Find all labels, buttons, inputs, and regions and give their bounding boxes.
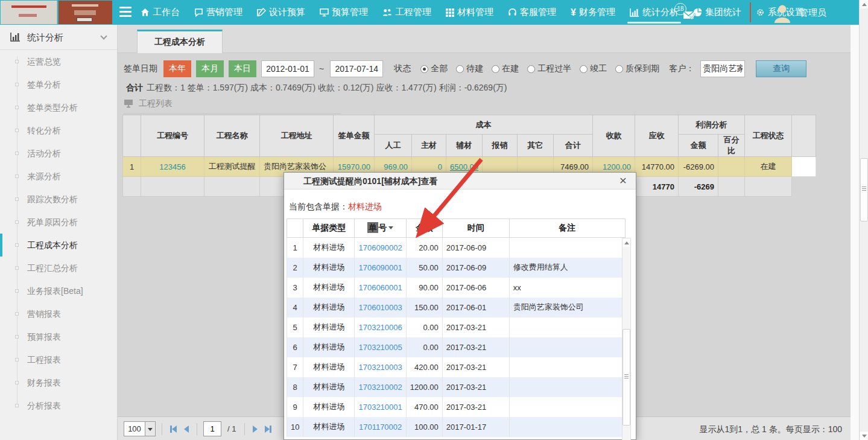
material-row: 5材料进场17032100060.002017-03-21 — [287, 317, 626, 337]
modal-col-header-doc-number[interactable]: 单号 — [355, 219, 406, 238]
status-radio-completed[interactable]: 竣工 — [580, 63, 607, 74]
sidebar-item-project-summary-analysis[interactable]: 工程汇总分析 — [0, 257, 117, 279]
modal-col-header-note: 备注 — [509, 219, 625, 238]
doc-number-link[interactable]: 1703210001 — [358, 403, 402, 412]
date-to-input[interactable] — [330, 60, 383, 77]
cell-project-code: 123456 — [141, 157, 204, 177]
monitor-icon — [320, 8, 329, 17]
user-name[interactable]: 管理员 — [799, 0, 826, 25]
search-button[interactable]: 查询 — [756, 60, 806, 77]
sidebar-item-business-report[interactable]: 业务报表[Beta] — [0, 279, 117, 302]
doc-number-link[interactable]: 1703210006 — [358, 323, 402, 332]
material-entry-table: 单据类型 单号 金额 时间 备注 1材料进场170609000220.00201… — [287, 218, 626, 437]
chat-icon — [194, 8, 203, 17]
page-number-input[interactable] — [203, 421, 221, 436]
totals-profit: -6269 — [679, 177, 718, 197]
quick-filter-this-month[interactable]: 本月 — [196, 60, 224, 77]
sidebar-item-activity-analysis[interactable]: 活动分析 — [0, 142, 117, 165]
prev-page-button[interactable] — [182, 422, 191, 436]
doc-number-link[interactable]: 1703210005 — [358, 343, 402, 352]
sidebar-item-conversion-analysis[interactable]: 转化分析 — [0, 119, 117, 142]
status-radio-half-done[interactable]: 工程过半 — [527, 63, 571, 74]
scroll-up-button[interactable] — [860, 0, 868, 8]
tab-project-cost-analysis[interactable]: 工程成本分析 — [137, 30, 223, 53]
nav-item-marketing[interactable]: 营销管理 — [194, 0, 242, 25]
status-filter-group: 状态 全部 待建 在建 工程过半 竣工 质保到期 — [394, 63, 659, 74]
quick-filter-this-year[interactable]: 本年 — [163, 60, 191, 77]
cell-rownum: 1 — [123, 157, 141, 177]
status-radio-warranty-expired[interactable]: 质保到期 — [615, 63, 659, 74]
sidebar-item-dead-order-analysis[interactable]: 死单原因分析 — [0, 211, 117, 234]
date-filter-label: 签单日期 — [124, 63, 157, 74]
modal-title-bar: 工程测试提醒尚0101[辅材成本]查看 × — [284, 173, 636, 190]
page-scrollbar[interactable] — [859, 0, 868, 440]
scrollbar-thumb[interactable] — [622, 329, 630, 426]
col-header-project-status: 工程状态 — [745, 115, 792, 157]
nav-item-design-budget[interactable]: 设计预算 — [257, 0, 305, 25]
status-radio-in-progress[interactable]: 在建 — [492, 63, 519, 74]
dropdown-arrow-icon[interactable] — [145, 422, 155, 436]
last-page-button[interactable] — [263, 422, 273, 436]
close-icon[interactable]: × — [616, 173, 630, 190]
status-radio-pending[interactable]: 待建 — [456, 63, 483, 74]
sidebar-header-statistics[interactable]: 统计分析 — [0, 25, 117, 50]
doc-number-link[interactable]: 1706090002 — [358, 243, 402, 252]
page-size-value: 100 — [124, 422, 145, 436]
scroll-down-button[interactable] — [860, 432, 868, 440]
col-group-profit-analysis: 利润分析 — [679, 115, 745, 135]
tree-bullet-icon — [15, 358, 19, 362]
sidebar-item-project-cost-analysis[interactable]: 工程成本分析 — [0, 234, 117, 257]
doc-number-link[interactable]: 1703210002 — [358, 383, 402, 392]
sidebar-item-analysis-report[interactable]: 分析报表 — [0, 394, 117, 417]
sidebar-item-operations-overview[interactable]: 运营总览 — [0, 50, 117, 73]
nav-item-engineering[interactable]: 工程管理 — [382, 0, 431, 25]
col-header-sign-amount: 签单金额 — [334, 115, 375, 157]
date-from-input[interactable] — [261, 60, 314, 77]
topbar-divider — [750, 2, 751, 22]
tree-bullet-icon — [15, 197, 19, 201]
first-page-button[interactable] — [168, 422, 179, 436]
modal-col-header-amount: 金额 — [406, 219, 442, 238]
doc-number-link[interactable]: 1706060001 — [358, 283, 402, 292]
sidebar-item-finance-report[interactable]: 财务报表 — [0, 371, 117, 394]
next-page-button[interactable] — [251, 422, 259, 436]
sidebar-item-sign-type-analysis[interactable]: 签单类型分析 — [0, 96, 117, 119]
sidebar-item-budget-report[interactable]: 预算报表 — [0, 325, 117, 348]
doc-number-link[interactable]: 1701170002 — [359, 422, 402, 432]
sidebar-item-followup-analysis[interactable]: 跟踪次数分析 — [0, 188, 117, 211]
nav-item-materials[interactable]: 材料管理 — [446, 0, 493, 25]
pagination-controls: 100 / 1 — [124, 421, 273, 436]
nav-item-workbench[interactable]: 工作台 — [141, 0, 180, 25]
customer-input[interactable] — [700, 60, 745, 77]
menu-toggle-icon[interactable] — [119, 7, 131, 18]
doc-number-link[interactable]: 1706010003 — [358, 303, 402, 312]
status-radio-all[interactable]: 全部 — [420, 63, 448, 74]
nav-item-budget[interactable]: 预算管理 — [320, 0, 368, 25]
aux-material-link[interactable]: 6500.00 — [450, 162, 478, 171]
cell-project-status: 在建 — [745, 157, 792, 177]
col-header-reimburse: 报销 — [483, 135, 518, 157]
cell-profit-amount: -6269.00 — [679, 157, 718, 177]
page-size-select[interactable]: 100 — [124, 421, 156, 436]
radio-icon — [580, 65, 588, 73]
modal-scrollbar[interactable] — [622, 238, 631, 440]
nav-item-statistics[interactable]: 统计分析 — [630, 0, 679, 25]
home-icon — [141, 8, 150, 17]
sidebar-item-project-report[interactable]: 工程报表 — [0, 348, 117, 371]
notification-button[interactable]: 18 — [674, 3, 708, 22]
quick-filter-today[interactable]: 本日 — [229, 60, 256, 77]
doc-number-link[interactable]: 1706090001 — [358, 263, 402, 272]
scrollbar-thumb[interactable] — [860, 158, 868, 222]
sidebar-item-source-analysis[interactable]: 来源分析 — [0, 165, 117, 188]
tree-bullet-icon — [15, 83, 19, 86]
doc-number-link[interactable]: 1703210003 — [358, 363, 402, 372]
user-avatar[interactable] — [772, 2, 793, 23]
nav-item-finance[interactable]: ¥ 财务管理 — [571, 0, 615, 25]
sidebar-item-marketing-report[interactable]: 营销报表 — [0, 302, 117, 325]
sidebar-item-sign-analysis[interactable]: 签单分析 — [0, 73, 117, 96]
modal-title: 工程测试提醒尚0101[辅材成本]查看 — [303, 176, 437, 186]
status-filter-label: 状态 — [394, 63, 411, 74]
nav-item-service[interactable]: 客服管理 — [508, 0, 556, 25]
yen-icon: ¥ — [571, 7, 576, 18]
scroll-up-button[interactable] — [622, 238, 630, 247]
